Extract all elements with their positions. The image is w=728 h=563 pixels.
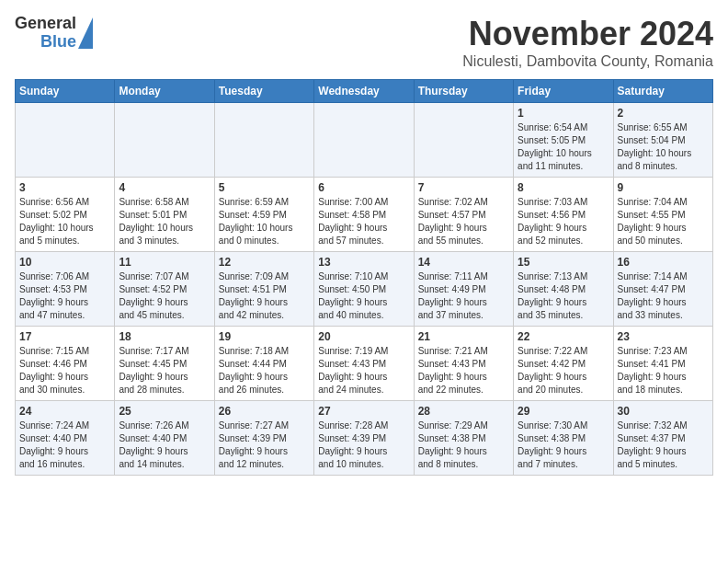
calendar-cell: 14Sunrise: 7:11 AM Sunset: 4:49 PM Dayli… [414, 252, 513, 327]
weekday-header: Saturday [613, 80, 712, 103]
weekday-header: Monday [115, 80, 214, 103]
page-title: November 2024 [462, 15, 713, 53]
day-info: Sunrise: 7:23 AM Sunset: 4:41 PM Dayligh… [618, 345, 709, 396]
calendar-cell: 23Sunrise: 7:23 AM Sunset: 4:41 PM Dayli… [613, 327, 712, 401]
calendar-cell: 19Sunrise: 7:18 AM Sunset: 4:44 PM Dayli… [214, 327, 313, 401]
day-number: 14 [418, 256, 509, 269]
calendar-week-row: 17Sunrise: 7:15 AM Sunset: 4:46 PM Dayli… [16, 327, 713, 401]
page-header: General Blue November 2024 Niculesti, Da… [15, 15, 713, 70]
day-number: 23 [618, 330, 709, 343]
day-number: 20 [318, 330, 409, 343]
day-number: 6 [318, 181, 409, 194]
day-info: Sunrise: 7:14 AM Sunset: 4:47 PM Dayligh… [618, 270, 709, 322]
calendar-body: 1Sunrise: 6:54 AM Sunset: 5:05 PM Daylig… [16, 103, 713, 476]
calendar-cell: 27Sunrise: 7:28 AM Sunset: 4:39 PM Dayli… [314, 401, 414, 476]
day-number: 7 [418, 181, 509, 194]
day-info: Sunrise: 7:27 AM Sunset: 4:39 PM Dayligh… [219, 419, 310, 471]
calendar-cell: 11Sunrise: 7:07 AM Sunset: 4:52 PM Dayli… [115, 252, 214, 327]
day-number: 4 [119, 181, 210, 194]
day-number: 30 [618, 405, 709, 418]
day-number: 8 [518, 181, 609, 194]
calendar-cell: 26Sunrise: 7:27 AM Sunset: 4:39 PM Dayli… [214, 401, 313, 476]
calendar-cell: 29Sunrise: 7:30 AM Sunset: 4:38 PM Dayli… [514, 401, 613, 476]
calendar-cell: 6Sunrise: 7:00 AM Sunset: 4:58 PM Daylig… [314, 178, 414, 252]
day-info: Sunrise: 7:18 AM Sunset: 4:44 PM Dayligh… [219, 345, 310, 396]
day-number: 25 [119, 405, 210, 418]
calendar-cell: 8Sunrise: 7:03 AM Sunset: 4:56 PM Daylig… [514, 178, 613, 252]
day-number: 10 [19, 256, 110, 269]
day-number: 3 [19, 181, 110, 194]
day-info: Sunrise: 7:29 AM Sunset: 4:38 PM Dayligh… [418, 419, 509, 471]
calendar-table: SundayMondayTuesdayWednesdayThursdayFrid… [15, 79, 713, 476]
day-number: 19 [219, 330, 310, 343]
calendar-cell: 28Sunrise: 7:29 AM Sunset: 4:38 PM Dayli… [414, 401, 513, 476]
day-info: Sunrise: 7:26 AM Sunset: 4:40 PM Dayligh… [119, 419, 210, 471]
logo-general: General [15, 15, 76, 33]
day-info: Sunrise: 7:02 AM Sunset: 4:57 PM Dayligh… [418, 196, 509, 247]
title-area: November 2024 Niculesti, Dambovita Count… [462, 15, 713, 70]
calendar-cell: 20Sunrise: 7:19 AM Sunset: 4:43 PM Dayli… [314, 327, 414, 401]
day-info: Sunrise: 7:28 AM Sunset: 4:39 PM Dayligh… [318, 419, 409, 471]
day-info: Sunrise: 7:07 AM Sunset: 4:52 PM Dayligh… [119, 270, 210, 322]
calendar-cell [414, 103, 513, 178]
day-number: 2 [618, 107, 709, 120]
day-info: Sunrise: 7:19 AM Sunset: 4:43 PM Dayligh… [318, 345, 409, 396]
calendar-cell [314, 103, 414, 178]
calendar-cell: 17Sunrise: 7:15 AM Sunset: 4:46 PM Dayli… [16, 327, 115, 401]
day-number: 13 [318, 256, 409, 269]
weekday-header: Wednesday [314, 80, 414, 103]
calendar-week-row: 3Sunrise: 6:56 AM Sunset: 5:02 PM Daylig… [16, 178, 713, 252]
calendar-cell: 4Sunrise: 6:58 AM Sunset: 5:01 PM Daylig… [115, 178, 214, 252]
day-number: 5 [219, 181, 310, 194]
day-info: Sunrise: 7:13 AM Sunset: 4:48 PM Dayligh… [518, 270, 609, 322]
day-number: 18 [119, 330, 210, 343]
day-info: Sunrise: 7:30 AM Sunset: 4:38 PM Dayligh… [518, 419, 609, 471]
day-info: Sunrise: 7:06 AM Sunset: 4:53 PM Dayligh… [19, 270, 110, 322]
weekday-header: Tuesday [214, 80, 313, 103]
calendar-week-row: 10Sunrise: 7:06 AM Sunset: 4:53 PM Dayli… [16, 252, 713, 327]
calendar-cell: 7Sunrise: 7:02 AM Sunset: 4:57 PM Daylig… [414, 178, 513, 252]
day-number: 29 [518, 405, 609, 418]
day-number: 24 [19, 405, 110, 418]
day-info: Sunrise: 6:56 AM Sunset: 5:02 PM Dayligh… [19, 196, 110, 247]
calendar-cell [115, 103, 214, 178]
calendar-cell: 2Sunrise: 6:55 AM Sunset: 5:04 PM Daylig… [613, 103, 712, 178]
calendar-cell: 18Sunrise: 7:17 AM Sunset: 4:45 PM Dayli… [115, 327, 214, 401]
weekday-header: Thursday [414, 80, 513, 103]
logo: General Blue [15, 15, 93, 52]
day-number: 9 [618, 181, 709, 194]
day-info: Sunrise: 7:03 AM Sunset: 4:56 PM Dayligh… [518, 196, 609, 247]
day-info: Sunrise: 7:11 AM Sunset: 4:49 PM Dayligh… [418, 270, 509, 322]
day-number: 28 [418, 405, 509, 418]
calendar-cell [214, 103, 313, 178]
day-info: Sunrise: 6:59 AM Sunset: 4:59 PM Dayligh… [219, 196, 310, 247]
logo-triangle [78, 17, 93, 49]
calendar-week-row: 24Sunrise: 7:24 AM Sunset: 4:40 PM Dayli… [16, 401, 713, 476]
day-info: Sunrise: 7:17 AM Sunset: 4:45 PM Dayligh… [119, 345, 210, 396]
day-number: 22 [518, 330, 609, 343]
day-number: 16 [618, 256, 709, 269]
day-info: Sunrise: 7:22 AM Sunset: 4:42 PM Dayligh… [518, 345, 609, 396]
day-number: 21 [418, 330, 509, 343]
day-info: Sunrise: 7:10 AM Sunset: 4:50 PM Dayligh… [318, 270, 409, 322]
day-info: Sunrise: 6:58 AM Sunset: 5:01 PM Dayligh… [119, 196, 210, 247]
day-info: Sunrise: 6:55 AM Sunset: 5:04 PM Dayligh… [618, 121, 709, 173]
day-info: Sunrise: 7:21 AM Sunset: 4:43 PM Dayligh… [418, 345, 509, 396]
page-subtitle: Niculesti, Dambovita County, Romania [462, 53, 713, 70]
day-info: Sunrise: 7:04 AM Sunset: 4:55 PM Dayligh… [618, 196, 709, 247]
day-number: 11 [119, 256, 210, 269]
calendar-cell: 21Sunrise: 7:21 AM Sunset: 4:43 PM Dayli… [414, 327, 513, 401]
day-info: Sunrise: 7:09 AM Sunset: 4:51 PM Dayligh… [219, 270, 310, 322]
day-info: Sunrise: 7:00 AM Sunset: 4:58 PM Dayligh… [318, 196, 409, 247]
calendar-cell: 15Sunrise: 7:13 AM Sunset: 4:48 PM Dayli… [514, 252, 613, 327]
day-info: Sunrise: 6:54 AM Sunset: 5:05 PM Dayligh… [518, 121, 609, 173]
weekday-header: Sunday [16, 80, 115, 103]
calendar-header-row: SundayMondayTuesdayWednesdayThursdayFrid… [16, 80, 713, 103]
logo-blue: Blue [40, 33, 76, 52]
day-number: 26 [219, 405, 310, 418]
calendar-cell: 5Sunrise: 6:59 AM Sunset: 4:59 PM Daylig… [214, 178, 313, 252]
calendar-cell: 24Sunrise: 7:24 AM Sunset: 4:40 PM Dayli… [16, 401, 115, 476]
calendar-week-row: 1Sunrise: 6:54 AM Sunset: 5:05 PM Daylig… [16, 103, 713, 178]
calendar-cell: 22Sunrise: 7:22 AM Sunset: 4:42 PM Dayli… [514, 327, 613, 401]
day-number: 27 [318, 405, 409, 418]
